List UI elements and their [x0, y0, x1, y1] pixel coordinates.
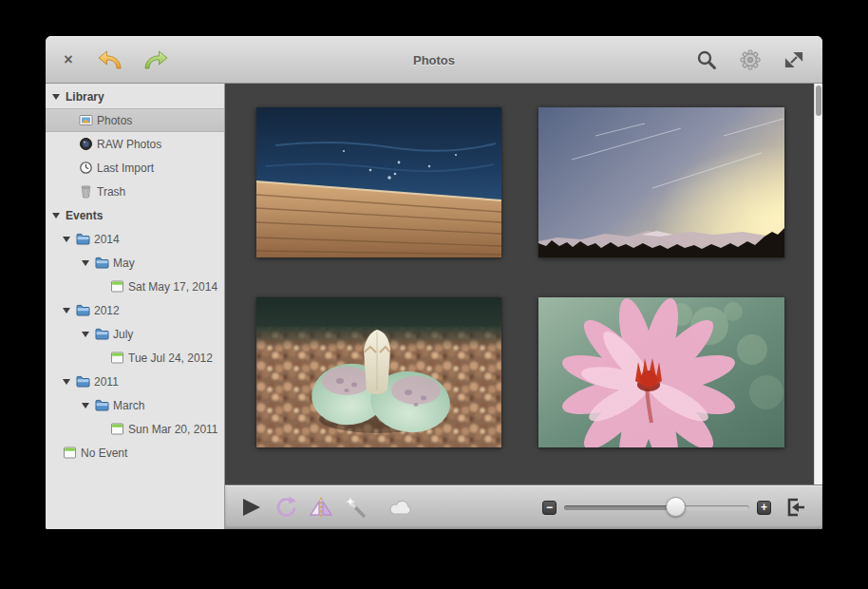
thumbnail-size-slider[interactable] [564, 497, 749, 518]
plus-icon: + [761, 501, 767, 514]
flip-button[interactable] [308, 494, 334, 521]
minus-icon: − [546, 501, 553, 514]
photos-app-window: × Photos [46, 36, 822, 529]
event-year-2011[interactable]: 2011 [46, 370, 224, 393]
event-month-may[interactable]: May [46, 251, 224, 275]
window-title: Photos [413, 52, 455, 66]
event-month-july[interactable]: July [46, 322, 224, 346]
search-button[interactable] [693, 47, 720, 73]
expander-icon[interactable] [63, 379, 70, 385]
bottom-toolbar: − + [225, 484, 822, 529]
event-day-tue-jul-24-2012[interactable]: Tue Jul 24, 2012 [46, 346, 224, 370]
folder-icon [95, 256, 109, 270]
event-day-sat-may-17-2014[interactable]: Sat May 17, 2014 [46, 275, 224, 298]
close-icon: × [64, 51, 72, 68]
expander-icon[interactable] [82, 403, 89, 408]
cloud-icon [387, 496, 414, 519]
dock-photo-image [256, 107, 501, 257]
raw-photos-icon [79, 137, 93, 151]
gear-icon [739, 48, 762, 71]
event-icon [110, 279, 124, 294]
close-button[interactable]: × [59, 47, 78, 73]
rotate-icon [274, 495, 298, 520]
expander-icon[interactable] [52, 213, 60, 218]
event-icon [63, 446, 77, 460]
event-no-event[interactable]: No Event [46, 441, 224, 465]
dusk-sky-photo-image [538, 107, 784, 257]
desktop-background: × Photos [0, 0, 868, 589]
lithops-photo-image [256, 297, 501, 447]
event-year-2014[interactable]: 2014 [46, 227, 224, 251]
sidebar-item-raw-photos[interactable]: RAW Photos [46, 132, 224, 156]
sidebar-item-trash[interactable]: Trash [46, 180, 224, 203]
undo-icon [98, 49, 123, 70]
flip-icon [309, 495, 333, 520]
zoom-in-button[interactable]: + [757, 501, 771, 515]
event-month-march[interactable]: March [46, 393, 224, 417]
publish-button[interactable] [387, 494, 414, 521]
events-header[interactable]: Events [46, 203, 224, 227]
photo-thumbnail-lithops[interactable] [256, 297, 501, 447]
slider-track[interactable] [564, 505, 749, 510]
folder-icon [76, 232, 90, 246]
vertical-scrollbar[interactable] [814, 84, 822, 485]
enhance-button[interactable] [343, 494, 369, 521]
fullscreen-icon [783, 49, 804, 70]
settings-button[interactable] [737, 47, 764, 73]
expander-icon[interactable] [52, 94, 60, 100]
event-day-sun-mar-20-2011[interactable]: Sun Mar 20, 2011 [46, 417, 224, 441]
trash-icon [79, 184, 93, 199]
photo-grid [225, 84, 814, 485]
event-year-2012[interactable]: 2012 [46, 298, 224, 322]
sidebar-item-last-import[interactable]: Last Import [46, 156, 224, 180]
sidebar: Library Photos RAW Photos La [46, 84, 225, 529]
library-header[interactable]: Library [46, 85, 224, 108]
slideshow-button[interactable] [237, 494, 264, 521]
enhance-wand-icon [344, 495, 368, 520]
expander-icon[interactable] [63, 237, 70, 242]
folder-icon [76, 374, 90, 389]
water-lily-photo-image [538, 297, 784, 447]
pane-hide-icon [784, 496, 807, 519]
folder-icon [95, 327, 109, 341]
redo-icon [143, 49, 168, 70]
photo-thumbnail-dock[interactable] [256, 107, 501, 257]
sidebar-item-photos[interactable]: Photos [46, 108, 224, 132]
folder-icon [95, 398, 109, 412]
photos-icon [79, 113, 93, 127]
event-icon [110, 351, 124, 365]
toggle-sidebar-button[interactable] [783, 494, 809, 521]
undo-button[interactable] [97, 47, 123, 73]
play-icon [239, 496, 262, 519]
fullscreen-button[interactable] [781, 47, 807, 73]
redo-button[interactable] [142, 47, 169, 73]
rotate-button[interactable] [273, 494, 299, 521]
event-icon [110, 422, 124, 436]
expander-icon[interactable] [82, 260, 89, 266]
expander-icon[interactable] [63, 308, 70, 314]
titlebar[interactable]: × Photos [46, 36, 822, 84]
photo-thumbnail-water-lily[interactable] [538, 297, 784, 447]
slider-handle[interactable] [666, 497, 686, 517]
last-import-icon [79, 161, 93, 175]
folder-icon [76, 303, 90, 317]
search-icon [695, 48, 718, 71]
scrollbar-thumb[interactable] [816, 86, 821, 116]
expander-icon[interactable] [82, 332, 89, 337]
photo-thumbnail-dusk-sky[interactable] [538, 107, 784, 257]
zoom-out-button[interactable]: − [542, 501, 557, 515]
